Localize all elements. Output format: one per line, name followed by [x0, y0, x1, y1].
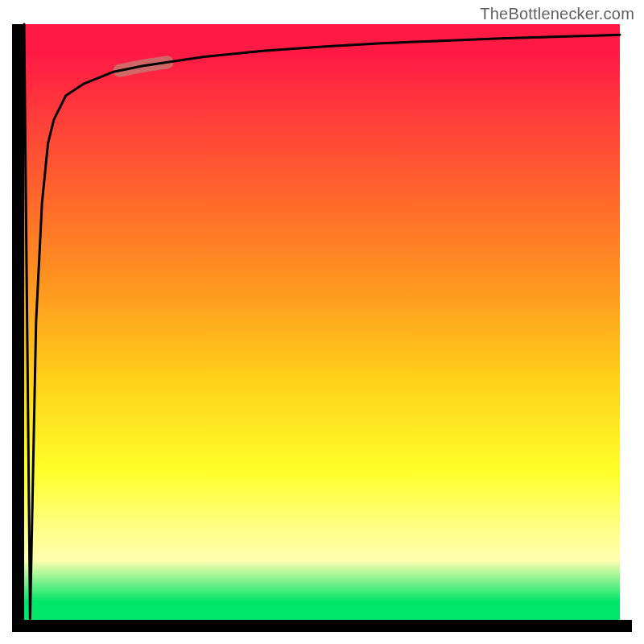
x-axis	[12, 620, 632, 632]
main-curve	[24, 24, 620, 620]
curve-svg	[24, 24, 620, 620]
y-axis	[12, 24, 24, 620]
attribution-label: TheBottlenecker.com	[480, 5, 634, 23]
chart-container: TheBottlenecker.com	[0, 0, 644, 644]
